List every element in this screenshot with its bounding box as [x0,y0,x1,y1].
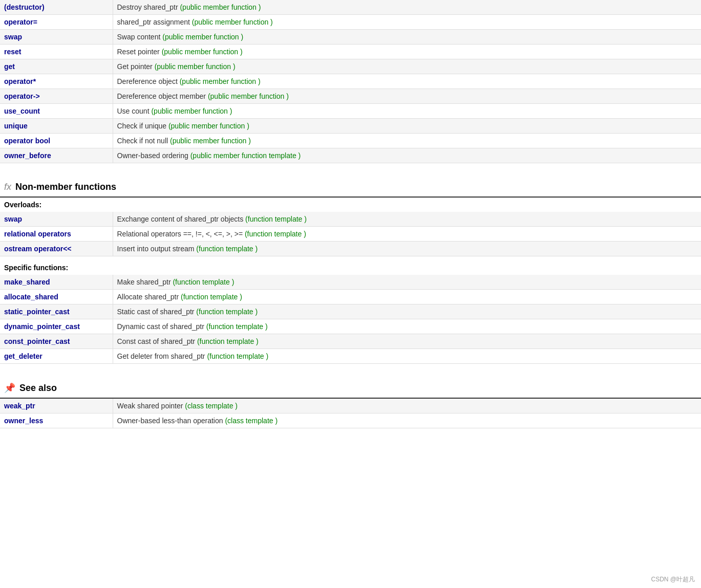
table-row: getGet pointer (public member function ) [0,59,701,74]
table-row: swapSwap content (public member function… [0,30,701,45]
row-name[interactable]: relational operators [0,227,113,242]
table-row: operator=shared_ptr assignment (public m… [0,15,701,30]
row-name[interactable]: reset [0,45,113,59]
table-row: owner_beforeOwner-based ordering (public… [0,148,701,163]
row-name[interactable]: owner_less [0,413,113,428]
fx-icon: fx [4,182,11,192]
row-name[interactable]: (destructor) [0,0,113,15]
row-desc: Get pointer (public member function ) [113,59,701,74]
row-name[interactable]: swap [0,212,113,227]
row-name[interactable]: operator= [0,15,113,30]
table-row: weak_ptrWeak shared pointer (class templ… [0,399,701,413]
row-tag[interactable]: (function template ) [245,215,307,223]
row-name[interactable]: const_pointer_cast [0,334,113,349]
row-desc: Owner-based ordering (public member func… [113,148,701,163]
row-tag[interactable]: (public member function ) [162,33,243,41]
see-also-title: See also [19,383,57,394]
row-desc: Dynamic cast of shared_ptr (function tem… [113,319,701,334]
row-desc: Static cast of shared_ptr (function temp… [113,304,701,319]
row-tag[interactable]: (function template ) [197,337,259,345]
row-name[interactable]: use_count [0,104,113,119]
non-member-section-title: Non-member functions [15,182,116,192]
row-desc: Reset pointer (public member function ) [113,45,701,59]
table-row: operator*Dereference object (public memb… [0,74,701,89]
row-name[interactable]: owner_before [0,148,113,163]
row-name[interactable]: ostream operator<< [0,242,113,256]
row-desc: Owner-based less-than operation (class t… [113,413,701,428]
row-tag[interactable]: (function template ) [196,308,258,316]
row-tag[interactable]: (public member function ) [168,122,249,130]
row-name[interactable]: get_deleter [0,349,113,364]
non-member-section-header: fx Non-member functions [0,173,701,198]
row-tag[interactable]: (function template ) [196,245,258,253]
row-desc: Insert into output stream (function temp… [113,242,701,256]
row-desc: Allocate shared_ptr (function template ) [113,290,701,304]
row-desc: Destroy shared_ptr (public member functi… [113,0,701,15]
row-desc: Make shared_ptr (function template ) [113,275,701,290]
table-row: get_deleterGet deleter from shared_ptr (… [0,349,701,364]
overloads-table: swapExchange content of shared_ptr objec… [0,212,701,256]
row-desc: Get deleter from shared_ptr (function te… [113,349,701,364]
row-tag[interactable]: (public member function template ) [190,151,301,160]
row-name[interactable]: unique [0,119,113,134]
row-tag[interactable]: (function template ) [207,352,268,360]
row-desc: Weak shared pointer (class template ) [113,399,701,413]
row-tag[interactable]: (function template ) [173,278,234,286]
row-desc: Relational operators ==, !=, <, <=, >, >… [113,227,701,242]
row-name[interactable]: weak_ptr [0,399,113,413]
row-name[interactable]: dynamic_pointer_cast [0,319,113,334]
see-also-icon: 📌 [4,382,15,394]
specific-table: make_sharedMake shared_ptr (function tem… [0,275,701,364]
row-desc: shared_ptr assignment (public member fun… [113,15,701,30]
row-name[interactable]: allocate_shared [0,290,113,304]
row-desc: Dereference object (public member functi… [113,74,701,89]
row-name[interactable]: swap [0,30,113,45]
table-row: relational operatorsRelational operators… [0,227,701,242]
table-row: ostream operator<<Insert into output str… [0,242,701,256]
row-name[interactable]: static_pointer_cast [0,304,113,319]
row-tag[interactable]: (public member function ) [180,3,261,11]
row-tag[interactable]: (public member function ) [208,92,289,100]
row-tag[interactable]: (public member function ) [192,18,273,26]
row-desc: Const cast of shared_ptr (function templ… [113,334,701,349]
row-name[interactable]: make_shared [0,275,113,290]
table-row: allocate_sharedAllocate shared_ptr (func… [0,290,701,304]
row-desc: Exchange content of shared_ptr objects (… [113,212,701,227]
table-row: owner_lessOwner-based less-than operatio… [0,413,701,428]
row-tag[interactable]: (public member function ) [155,62,236,71]
row-tag[interactable]: (class template ) [225,417,278,425]
row-name[interactable]: operator* [0,74,113,89]
row-desc: Check if unique (public member function … [113,119,701,134]
row-name[interactable]: operator-> [0,89,113,104]
row-tag[interactable]: (public member function ) [170,137,251,145]
row-desc: Use count (public member function ) [113,104,701,119]
row-tag[interactable]: (class template ) [185,402,238,410]
row-name[interactable]: get [0,59,113,74]
row-desc: Check if not null (public member functio… [113,134,701,148]
table-row: const_pointer_castConst cast of shared_p… [0,334,701,349]
table-row: (destructor)Destroy shared_ptr (public m… [0,0,701,15]
table-row: dynamic_pointer_castDynamic cast of shar… [0,319,701,334]
row-tag[interactable]: (public member function ) [151,107,232,115]
row-tag[interactable]: (function template ) [181,293,242,301]
overloads-label: Overloads: [0,198,701,212]
table-row: make_sharedMake shared_ptr (function tem… [0,275,701,290]
row-tag[interactable]: (public member function ) [180,77,261,85]
row-name[interactable]: operator bool [0,134,113,148]
table-row: uniqueCheck if unique (public member fun… [0,119,701,134]
specific-label: Specific functions: [0,256,701,275]
row-desc: Dereference object member (public member… [113,89,701,104]
table-row: swapExchange content of shared_ptr objec… [0,212,701,227]
member-table: (destructor)Destroy shared_ptr (public m… [0,0,701,163]
table-row: resetReset pointer (public member functi… [0,45,701,59]
see-also-table: weak_ptrWeak shared pointer (class templ… [0,399,701,428]
row-tag[interactable]: (function template ) [245,230,306,238]
see-also-header: 📌 See also [0,374,701,399]
row-tag[interactable]: (function template ) [206,322,268,331]
page-container: (destructor)Destroy shared_ptr (public m… [0,0,701,428]
table-row: operator boolCheck if not null (public m… [0,134,701,148]
row-desc: Swap content (public member function ) [113,30,701,45]
row-tag[interactable]: (public member function ) [162,48,243,56]
table-row: operator->Dereference object member (pub… [0,89,701,104]
table-row: static_pointer_castStatic cast of shared… [0,304,701,319]
